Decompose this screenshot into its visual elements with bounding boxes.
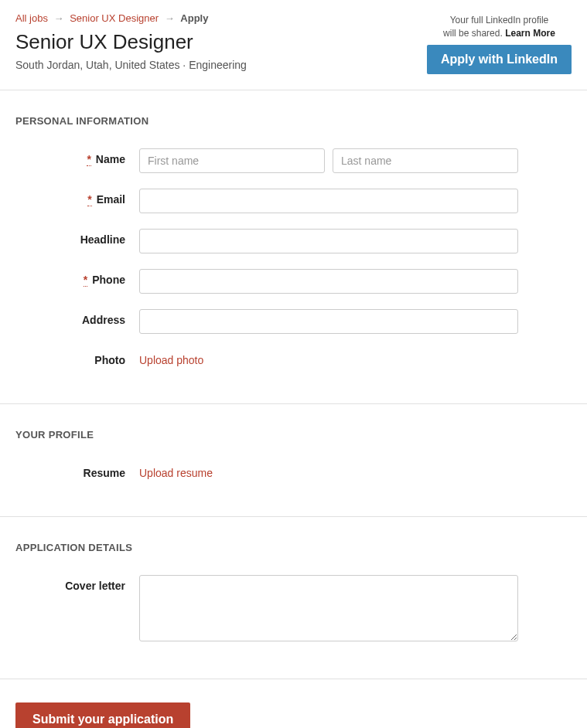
job-meta: South Jordan, Utah, United States · Engi… (15, 59, 427, 71)
field-phone: *Phone (15, 269, 572, 294)
address-input[interactable] (139, 309, 518, 334)
field-label-headline: Headline (15, 229, 139, 246)
last-name-input[interactable] (333, 148, 518, 173)
email-input[interactable] (139, 189, 518, 213)
required-mark: * (87, 193, 91, 206)
label-text: Email (97, 193, 125, 206)
label-text: Photo (94, 354, 125, 366)
field-label-cover-letter: Cover letter (15, 575, 139, 592)
breadcrumb-job[interactable]: Senior UX Designer (70, 12, 159, 24)
section-title: YOUR PROFILE (15, 429, 572, 441)
breadcrumb-sep: → (165, 12, 175, 24)
required-mark: * (87, 153, 90, 166)
field-label-email: *Email (15, 189, 139, 206)
upload-resume-link[interactable]: Upload resume (139, 462, 213, 479)
page-header: All jobs → Senior UX Designer → Apply Se… (0, 0, 587, 90)
label-text: Cover letter (65, 580, 125, 592)
section-title: APPLICATION DETAILS (15, 542, 572, 553)
label-text: Address (82, 314, 125, 326)
required-mark: * (84, 274, 87, 287)
section-your-profile: YOUR PROFILE Resume Upload resume (0, 404, 587, 517)
field-label-name: *Name (15, 148, 139, 165)
section-title: PERSONAL INFORMATION (15, 115, 572, 127)
label-text: Headline (80, 233, 125, 246)
field-name: *Name (15, 148, 572, 173)
field-headline: Headline (15, 229, 572, 253)
breadcrumb-all-jobs[interactable]: All jobs (15, 12, 48, 24)
apply-linkedin-button[interactable]: Apply with LinkedIn (427, 45, 572, 74)
label-text: Resume (84, 467, 125, 479)
label-text: Name (96, 153, 125, 165)
first-name-input[interactable] (139, 148, 325, 173)
upload-photo-link[interactable]: Upload photo (139, 349, 203, 366)
headline-input[interactable] (139, 229, 518, 253)
label-text: Phone (92, 274, 125, 286)
linkedin-note-line1: Your full LinkedIn profile (450, 15, 549, 26)
field-label-resume: Resume (15, 462, 139, 479)
linkedin-note-line2: will be shared. (443, 28, 505, 39)
section-application-details: APPLICATION DETAILS Cover letter (0, 517, 587, 679)
breadcrumb: All jobs → Senior UX Designer → Apply (15, 12, 427, 24)
header-left: All jobs → Senior UX Designer → Apply Se… (15, 12, 427, 71)
cover-letter-textarea[interactable] (139, 575, 518, 641)
field-label-address: Address (15, 309, 139, 326)
field-cover-letter: Cover letter (15, 575, 572, 641)
page-title: Senior UX Designer (15, 30, 427, 54)
field-address: Address (15, 309, 572, 334)
phone-input[interactable] (139, 269, 518, 294)
breadcrumb-current: Apply (180, 12, 208, 24)
learn-more-link[interactable]: Learn More (505, 28, 555, 39)
linkedin-note: Your full LinkedIn profile will be share… (427, 14, 572, 40)
field-label-photo: Photo (15, 349, 139, 366)
header-right: Your full LinkedIn profile will be share… (427, 12, 572, 74)
field-resume: Resume Upload resume (15, 462, 572, 479)
field-label-phone: *Phone (15, 269, 139, 286)
section-personal-information: PERSONAL INFORMATION *Name *Email Headli… (0, 90, 587, 404)
submit-section: Submit your application (0, 679, 587, 728)
breadcrumb-sep: → (54, 12, 64, 24)
submit-application-button[interactable]: Submit your application (15, 702, 190, 728)
field-photo: Photo Upload photo (15, 349, 572, 366)
field-email: *Email (15, 189, 572, 213)
